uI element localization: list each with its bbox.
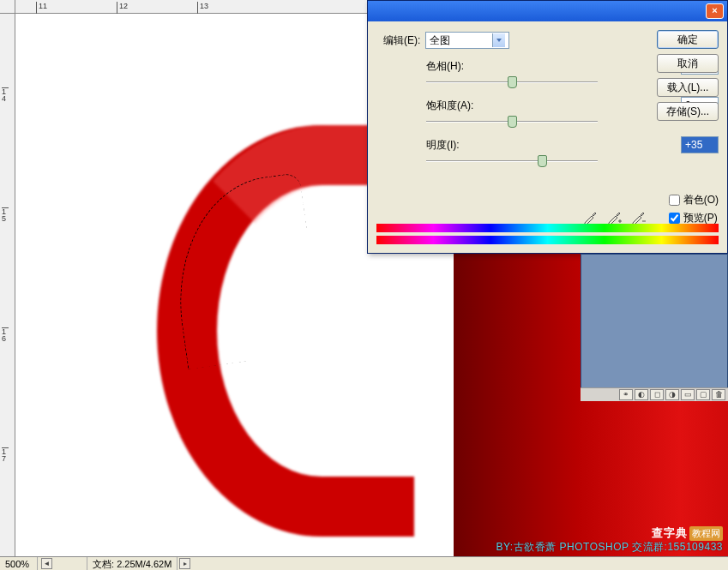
lightness-label: 明度(I): bbox=[426, 138, 488, 153]
panel-footer-icons: ⚭ ◐ ◻ ◑ ▭ ▢ 🗑 bbox=[581, 387, 728, 401]
folder-icon[interactable]: ▭ bbox=[681, 389, 695, 400]
ruler-tick: 1 7 bbox=[2, 447, 9, 462]
link-icon[interactable]: ⚭ bbox=[619, 389, 633, 400]
hue-bar-bottom bbox=[376, 236, 719, 244]
ruler-tick: 1 6 bbox=[2, 327, 9, 342]
colorize-checkbox[interactable] bbox=[669, 195, 680, 206]
doc-size-value: 2.25M/4.62M bbox=[117, 559, 171, 569]
adjustment-icon[interactable]: ◑ bbox=[665, 389, 679, 400]
lightness-slider[interactable] bbox=[426, 155, 598, 167]
slider-thumb[interactable] bbox=[508, 116, 517, 128]
fx-icon[interactable]: ◐ bbox=[635, 389, 648, 400]
brand-watermark: 查字典 教程网 bbox=[652, 525, 723, 541]
ok-button[interactable]: 确定 bbox=[657, 30, 719, 49]
chevron-down-icon[interactable] bbox=[492, 33, 505, 47]
ruler-tick: 11 bbox=[36, 2, 47, 14]
trash-icon[interactable]: 🗑 bbox=[712, 389, 725, 400]
hue-saturation-dialog: × 编辑(E): 全图 色相(H): 0 饱和度(A): bbox=[367, 0, 728, 254]
ruler-tick: 1 5 bbox=[2, 207, 9, 222]
mask-icon[interactable]: ◻ bbox=[650, 389, 664, 400]
dialog-title-bar[interactable]: × bbox=[368, 1, 727, 21]
hue-spectrum-strips bbox=[376, 224, 719, 246]
save-button[interactable]: 存储(S)... bbox=[657, 102, 719, 121]
slider-thumb[interactable] bbox=[508, 76, 517, 88]
ruler-tick: 1 4 bbox=[2, 87, 9, 102]
colorize-label: 着色(O) bbox=[683, 193, 719, 207]
scroll-left-icon[interactable]: ◄ bbox=[41, 558, 52, 569]
dialog-body: 编辑(E): 全图 色相(H): 0 饱和度(A): 0 bbox=[368, 21, 727, 255]
hue-slider[interactable] bbox=[426, 76, 598, 88]
ruler-corner bbox=[0, 0, 15, 14]
floating-panel[interactable] bbox=[581, 254, 728, 401]
brand-text: 查字典 bbox=[652, 525, 688, 541]
cancel-button[interactable]: 取消 bbox=[657, 54, 719, 73]
load-button[interactable]: 载入(L)... bbox=[657, 78, 719, 97]
edit-dropdown-value: 全图 bbox=[430, 33, 450, 48]
popup-arrow-icon[interactable]: ▸ bbox=[179, 558, 190, 569]
edit-dropdown[interactable]: 全图 bbox=[425, 32, 509, 49]
credit-watermark: BY:古欲香萧 PHOTOSHOP 交流群:155109433 bbox=[496, 540, 724, 555]
brand-badge: 教程网 bbox=[689, 526, 723, 541]
new-layer-icon[interactable]: ▢ bbox=[696, 389, 710, 400]
colorize-checkbox-row[interactable]: 着色(O) bbox=[669, 193, 719, 207]
doc-size-label: 文档: bbox=[93, 559, 114, 569]
saturation-label: 饱和度(A): bbox=[426, 99, 488, 113]
hue-bar-top bbox=[376, 224, 719, 232]
preview-checkbox[interactable] bbox=[669, 213, 680, 224]
lightness-input[interactable]: +35 bbox=[681, 136, 719, 153]
saturation-slider[interactable] bbox=[426, 116, 598, 128]
hue-label: 色相(H): bbox=[426, 59, 488, 74]
ruler-tick: 13 bbox=[197, 2, 208, 14]
edit-label: 编辑(E): bbox=[383, 33, 420, 48]
photoshop-workspace: 11 12 13 1 4 1 5 1 6 1 7 × 编辑(E): 全图 色相 bbox=[0, 0, 728, 570]
ruler-tick: 12 bbox=[117, 2, 128, 14]
slider-thumb[interactable] bbox=[538, 155, 547, 167]
marquee-selection bbox=[163, 172, 324, 369]
status-bar: 500% ◄ 文档: 2.25M/4.62M ▸ bbox=[0, 556, 728, 570]
vertical-ruler: 1 4 1 5 1 6 1 7 bbox=[0, 14, 15, 556]
zoom-field[interactable]: 500% bbox=[0, 557, 38, 571]
close-icon[interactable]: × bbox=[706, 3, 724, 19]
